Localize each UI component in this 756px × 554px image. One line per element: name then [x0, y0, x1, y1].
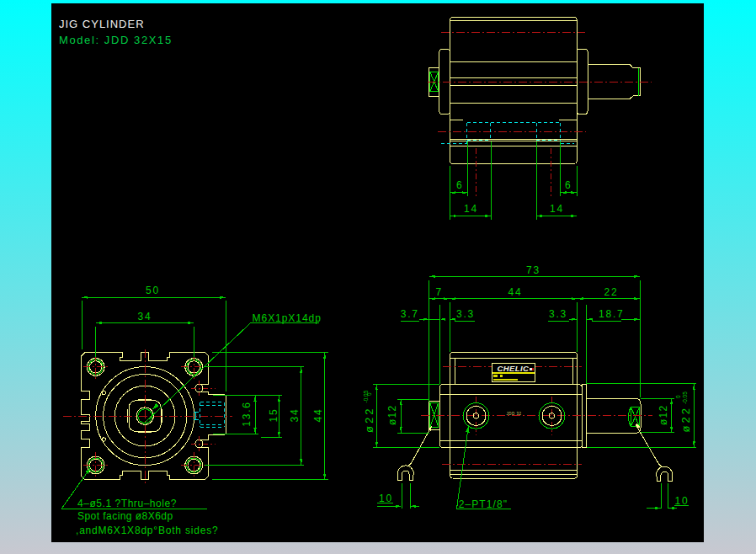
- svg-text:4–ø5.1 ?Thru–hole?: 4–ø5.1 ?Thru–hole?: [77, 498, 177, 509]
- svg-text:M6X1pX14dp: M6X1pX14dp: [253, 312, 322, 324]
- svg-text:0: 0: [366, 392, 372, 396]
- svg-text:14: 14: [550, 203, 564, 215]
- svg-text:3.3: 3.3: [456, 308, 475, 320]
- svg-text:73: 73: [526, 264, 540, 276]
- svg-text:44: 44: [312, 408, 324, 423]
- svg-text:ø22: ø22: [363, 407, 375, 433]
- svg-text:44: 44: [508, 286, 523, 298]
- svg-text:-0.05: -0.05: [682, 392, 688, 404]
- svg-text:7: 7: [436, 286, 443, 298]
- svg-text:14: 14: [464, 203, 478, 215]
- svg-text:JDD 32: JDD 32: [506, 412, 521, 416]
- svg-text:ø22: ø22: [679, 406, 692, 432]
- svg-text:13.6: 13.6: [241, 401, 253, 427]
- svg-text:50: 50: [146, 285, 160, 296]
- svg-text:3.7: 3.7: [401, 308, 419, 320]
- svg-text:15: 15: [268, 408, 280, 423]
- svg-text:CHELIC: CHELIC: [498, 364, 530, 373]
- svg-text:18.7: 18.7: [599, 308, 625, 320]
- svg-text:,andM6X1X8dp°Both sides?: ,andM6X1X8dp°Both sides?: [76, 525, 218, 536]
- svg-text:6: 6: [565, 179, 572, 191]
- svg-text:0: 0: [675, 395, 681, 398]
- svg-text:3.3: 3.3: [549, 308, 567, 320]
- svg-text:10: 10: [675, 495, 689, 507]
- svg-text:34: 34: [289, 408, 301, 423]
- svg-text:JIG CYLINDER: JIG CYLINDER: [59, 18, 145, 30]
- svg-text:Spot facing ø8X6dp: Spot facing ø8X6dp: [77, 510, 173, 522]
- svg-text:34: 34: [138, 311, 152, 322]
- svg-text:6: 6: [456, 179, 463, 191]
- svg-text:2–PT1/8": 2–PT1/8": [459, 498, 508, 510]
- svg-text:10: 10: [379, 493, 393, 504]
- svg-text:22: 22: [604, 286, 619, 298]
- svg-text:ø12: ø12: [386, 405, 398, 425]
- svg-text:ø12: ø12: [658, 405, 669, 425]
- svg-text:Model: JDD 32X15: Model: JDD 32X15: [59, 34, 173, 46]
